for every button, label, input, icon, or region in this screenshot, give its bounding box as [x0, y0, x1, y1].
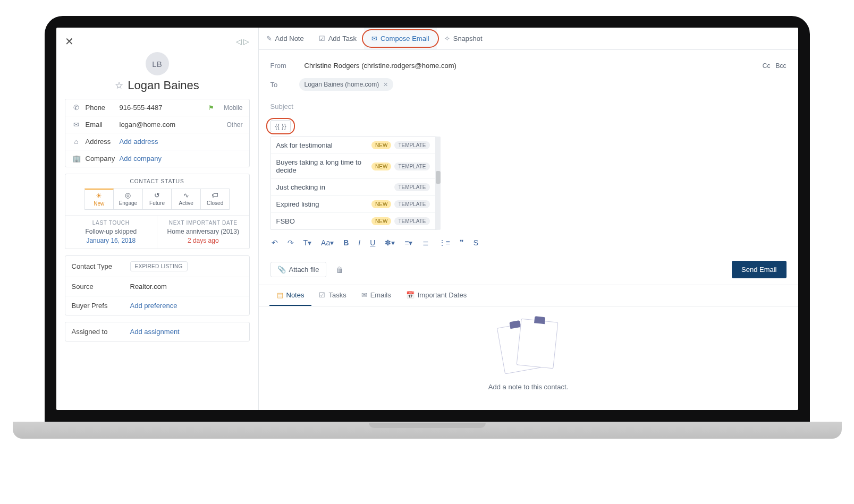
compose-form: From Christine Rodgers (christine.rodger…: [259, 50, 798, 258]
bcc-link[interactable]: Bcc: [775, 62, 786, 70]
status-engage[interactable]: ◎Engage: [114, 189, 143, 210]
bezel: ✕ ◁ ▷ LB ☆ Logan Baines ✆Phone 916-555-4…: [45, 16, 810, 422]
email-type: Other: [226, 121, 242, 129]
from-value: Christine Rodgers (christine.rodgers@hom…: [305, 62, 456, 70]
template-dropdown: Ask for testimonial NEWTEMPLATE Buyers t…: [270, 136, 441, 230]
contact-type-badge[interactable]: EXPIRED LISTING: [130, 261, 188, 271]
compose-actions: 📎Attach file 🗑 Send Email: [259, 258, 798, 285]
tab-emails[interactable]: ✉Emails: [354, 285, 399, 306]
laptop-frame: ✕ ◁ ▷ LB ☆ Logan Baines ✆Phone 916-555-4…: [45, 16, 810, 439]
status-header: CONTACT STATUS: [65, 174, 249, 189]
redo-icon[interactable]: ↷: [288, 238, 294, 247]
status-segments: ☀New ◎Engage ↺Future ∿Active 🏷Closed: [65, 189, 249, 215]
add-assignment-link[interactable]: Add assignment: [130, 328, 180, 336]
sun-icon: ☀: [85, 192, 114, 200]
template-item[interactable]: Ask for testimonial NEWTEMPLATE: [271, 137, 435, 154]
task-icon: ☑: [319, 35, 325, 42]
tab-add-note[interactable]: ✎Add Note: [259, 28, 311, 49]
activity-panel: ✎Add Note ☑Add Task ✉Compose Email ✧Snap…: [258, 28, 798, 410]
underline-icon[interactable]: U: [370, 238, 375, 247]
new-badge: NEW: [371, 163, 391, 170]
bold-icon[interactable]: B: [343, 238, 349, 247]
highlight-oval-2: [266, 118, 295, 134]
send-email-button[interactable]: Send Email: [732, 261, 786, 278]
avatar: LB: [146, 52, 169, 75]
add-company-link[interactable]: Add company: [120, 155, 243, 163]
color-icon[interactable]: ✽▾: [385, 238, 395, 247]
new-badge: NEW: [371, 141, 391, 149]
email-value[interactable]: logan@home.com: [120, 121, 227, 129]
tab-important-dates[interactable]: 📅Important Dates: [399, 285, 475, 306]
tab-snapshot[interactable]: ✧Snapshot: [437, 28, 490, 49]
to-chip[interactable]: Logan Baines (home.com)✕: [299, 78, 394, 91]
attach-file-button[interactable]: 📎Attach file: [270, 262, 326, 277]
italic-icon[interactable]: I: [358, 238, 360, 247]
to-label: To: [270, 81, 299, 89]
cc-link[interactable]: Cc: [763, 62, 771, 70]
merge-field-button[interactable]: {{ }}: [270, 120, 291, 132]
contact-info-block: ✆Phone 916-555-4487 ⚑ Mobile ✉Email loga…: [65, 99, 250, 167]
add-preference-link[interactable]: Add preference: [130, 302, 177, 310]
strike-icon[interactable]: S: [473, 238, 478, 247]
scrollbar-thumb[interactable]: [436, 171, 441, 184]
add-address-link[interactable]: Add address: [120, 138, 243, 146]
emails-icon: ✉: [361, 291, 367, 299]
next-important-date: NEXT IMPORTANT DATE Home anniversary (20…: [157, 216, 249, 249]
status-closed[interactable]: 🏷Closed: [201, 189, 230, 210]
history-icon: ↺: [143, 191, 172, 199]
phone-type: Mobile: [224, 104, 242, 112]
tab-compose-email[interactable]: ✉Compose Email: [364, 28, 437, 49]
paperclip-icon: 📎: [277, 266, 286, 274]
template-item[interactable]: Buyers taking a long time to decide NEWT…: [271, 154, 435, 179]
email-label: Email: [86, 121, 103, 129]
flag-icon: ⚑: [208, 104, 214, 112]
remove-chip-icon[interactable]: ✕: [383, 81, 388, 88]
contact-type-label: Contact Type: [72, 262, 130, 270]
template-item[interactable]: Expired listing NEWTEMPLATE: [271, 196, 435, 213]
status-active[interactable]: ∿Active: [172, 189, 201, 210]
source-label: Source: [72, 283, 130, 291]
editor-toolbar: ↶ ↷ T▾ Aa▾ B I U ✽▾ ≡▾ ≣ ⋮≡ ❞ S: [270, 230, 787, 253]
assigned-to-label: Assigned to: [72, 328, 130, 336]
snapshot-icon: ✧: [444, 35, 450, 42]
tasks-icon: ☑: [319, 291, 325, 299]
empty-illustration: [496, 320, 560, 373]
notes-icon: ▤: [277, 291, 283, 299]
status-future[interactable]: ↺Future: [143, 189, 172, 210]
font-size-icon[interactable]: Aa▾: [321, 238, 334, 247]
contact-name: Logan Baines: [128, 79, 199, 92]
target-icon: ◎: [114, 191, 142, 199]
tab-tasks[interactable]: ☑Tasks: [311, 285, 353, 306]
template-item[interactable]: Just checking in TEMPLATE: [271, 179, 435, 196]
discard-icon[interactable]: 🗑: [336, 266, 343, 274]
phone-value[interactable]: 916-555-4487: [120, 104, 209, 112]
company-label: Company: [86, 155, 115, 163]
undo-icon[interactable]: ↶: [272, 238, 278, 247]
tab-notes[interactable]: ▤Notes: [269, 285, 312, 306]
company-icon: 🏢: [72, 155, 81, 163]
tab-add-task[interactable]: ☑Add Task: [311, 28, 364, 49]
template-badge: TEMPLATE: [394, 141, 429, 149]
unordered-list-icon[interactable]: ⋮≡: [438, 238, 450, 247]
empty-notes-text: Add a note to this contact.: [488, 383, 568, 391]
mail-icon: ✉: [72, 121, 81, 129]
from-label: From: [270, 62, 299, 70]
quote-icon[interactable]: ❞: [460, 238, 464, 247]
ordered-list-icon[interactable]: ≣: [422, 238, 429, 247]
contact-status-block: CONTACT STATUS ☀New ◎Engage ↺Future ∿Act…: [65, 174, 250, 249]
align-icon[interactable]: ≡▾: [404, 238, 412, 247]
star-icon[interactable]: ☆: [115, 80, 123, 91]
close-icon[interactable]: ✕: [65, 35, 74, 48]
new-badge: NEW: [371, 217, 391, 225]
subject-input[interactable]: [270, 99, 787, 114]
lower-tabs: ▤Notes ☑Tasks ✉Emails 📅Important Dates: [259, 285, 798, 306]
status-new[interactable]: ☀New: [84, 189, 114, 210]
new-badge: NEW: [371, 200, 391, 208]
address-label: Address: [86, 138, 111, 146]
phone-label: Phone: [86, 104, 106, 112]
home-icon: ⌂: [72, 138, 81, 146]
last-touch: LAST TOUCH Follow-up skipped January 16,…: [65, 216, 157, 249]
template-item[interactable]: FSBO NEWTEMPLATE: [271, 213, 435, 229]
prev-next-nav[interactable]: ◁ ▷: [236, 37, 250, 46]
font-family-icon[interactable]: T▾: [303, 238, 312, 247]
